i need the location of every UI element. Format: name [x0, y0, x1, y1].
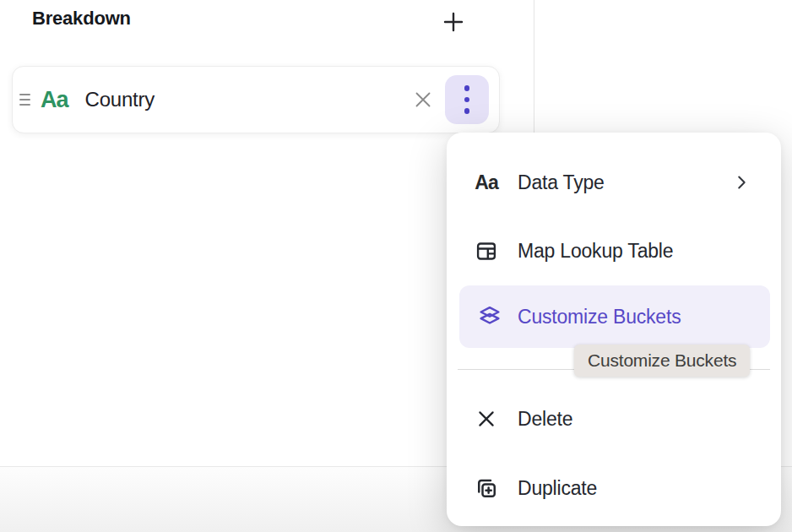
chevron-right-icon — [732, 173, 751, 192]
duplicate-icon — [472, 475, 501, 501]
customize-buckets-tooltip: Customize Buckets — [574, 345, 750, 377]
plus-icon — [442, 10, 465, 34]
text-type-icon: Aa — [41, 87, 68, 113]
menu-item-label: Customize Buckets — [518, 306, 681, 328]
buckets-stack-icon — [475, 305, 504, 329]
table-icon — [472, 240, 501, 263]
menu-item-label: Duplicate — [518, 477, 597, 500]
field-options-menu: Aa Data Type Map Lookup Table Customize … — [447, 133, 781, 526]
menu-item-label: Delete — [518, 408, 572, 431]
menu-item-delete[interactable]: Delete — [447, 394, 781, 443]
menu-item-label: Map Lookup Table — [518, 240, 673, 263]
menu-item-duplicate[interactable]: Duplicate — [447, 464, 781, 513]
add-breakdown-button[interactable] — [434, 3, 473, 41]
remove-field-button[interactable] — [406, 83, 440, 117]
field-label: Country — [85, 88, 155, 111]
breakdown-field-card[interactable]: Aa Country — [12, 66, 500, 133]
menu-item-label: Data Type — [518, 171, 605, 194]
menu-item-map-lookup-table[interactable]: Map Lookup Table — [447, 226, 781, 275]
page-title: Breakdown — [32, 8, 131, 30]
field-options-button[interactable] — [445, 75, 489, 124]
x-icon — [413, 90, 433, 110]
drag-handle-icon[interactable] — [19, 94, 32, 106]
x-icon — [472, 408, 501, 430]
menu-item-customize-buckets[interactable]: Customize Buckets — [459, 285, 770, 348]
text-type-icon: Aa — [472, 171, 501, 194]
kebab-menu-icon — [464, 85, 470, 114]
menu-item-data-type[interactable]: Aa Data Type — [447, 158, 781, 207]
